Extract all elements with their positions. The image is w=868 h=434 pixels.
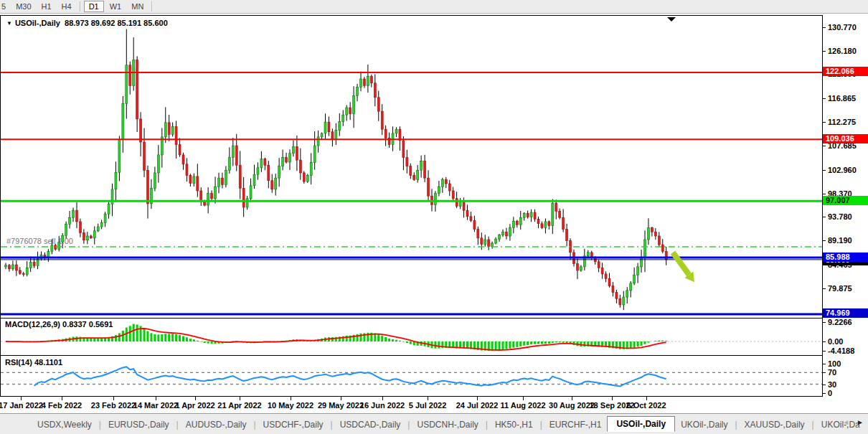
tab-separator: | xyxy=(733,420,738,430)
price-tick-93.780-tick xyxy=(823,217,826,217)
chart-shift-marker xyxy=(667,17,676,22)
tab-scroll-right-icon[interactable]: ► xyxy=(857,418,864,426)
date-label: 10 May 2022 xyxy=(268,401,313,410)
toolbar-separator xyxy=(151,1,152,11)
macd-indicator-panel[interactable]: MACD(12,26,9) 0.8337 0.5691 xyxy=(1,319,822,355)
chart-tab-usdx-weekly[interactable]: USDX,Weekly xyxy=(32,420,98,430)
chart-tab-ukoil-daily[interactable]: UKOil-,Daily xyxy=(675,420,733,430)
price-tick-112.275: 112.275 xyxy=(828,118,856,126)
price-tick-116.865: 116.865 xyxy=(828,94,856,103)
date-tick xyxy=(428,397,428,400)
timeframe-button-5[interactable]: 5 xyxy=(1,1,10,12)
date-label: 14 Mar 2022 xyxy=(133,401,178,410)
rsi-canvas xyxy=(1,357,822,396)
rsi-separator[interactable] xyxy=(0,355,868,356)
price-tick-107.685-tick xyxy=(823,146,826,146)
date-label: 23 Feb 2022 xyxy=(91,401,136,410)
rsi-indicator-panel[interactable]: RSI(14) 48.1101 xyxy=(1,357,822,396)
date-label: 6 Oct 2022 xyxy=(626,401,666,410)
macd-axis--4.4188: -4.4188 xyxy=(828,346,854,355)
macd-axis-tick xyxy=(823,341,826,342)
macd-axis-tick xyxy=(823,322,826,323)
chart-tab-hk50-h1[interactable]: HK50-,H1 xyxy=(489,420,539,430)
chart-title[interactable]: ▼USOil-,Daily 88.973 89.692 85.191 85.60… xyxy=(6,19,168,27)
price-axis[interactable]: 130.770126.180121.590116.865112.275107.6… xyxy=(823,15,868,397)
macd-axis-9.2266: 9.2266 xyxy=(828,318,852,326)
tab-separator: | xyxy=(484,420,489,430)
chart-dropdown-icon[interactable]: ▼ xyxy=(6,20,12,27)
order-line-label[interactable]: #7976078 sell 1.00 xyxy=(6,237,73,245)
rsi-label: RSI(14) 48.1101 xyxy=(5,358,62,367)
date-tick xyxy=(341,397,341,400)
tabs-holder: USDX,Weekly|EURUSD-,Daily|AUDUSD-,Daily|… xyxy=(32,418,866,432)
timeframe-button-h4[interactable]: H4 xyxy=(57,1,76,12)
timeframe-button-w1[interactable]: W1 xyxy=(105,1,126,12)
chart-tab-eurchf-h1[interactable]: EURCHF-,H1 xyxy=(544,420,608,430)
price-tick-102.960-tick xyxy=(823,170,826,171)
rsi-axis-30: 30 xyxy=(828,380,836,389)
date-label: 11 Aug 2022 xyxy=(500,401,545,410)
chart-tab-bar: USDX,Weekly|EURUSD-,Daily|AUDUSD-,Daily|… xyxy=(0,413,868,434)
date-label: 5 Jul 2022 xyxy=(409,401,447,410)
chart-tab-usdcad-daily[interactable]: USDCAD-,Daily xyxy=(334,420,407,430)
date-tick xyxy=(62,397,62,400)
candlestick-canvas xyxy=(1,16,822,317)
timeframe-button-m30[interactable]: M30 xyxy=(11,1,35,12)
date-label: 30 Aug 2022 xyxy=(549,401,595,410)
date-label: 21 Apr 2022 xyxy=(217,401,261,410)
tab-separator: | xyxy=(406,420,411,430)
tab-separator: | xyxy=(329,420,334,430)
chart-tab-usdcnh-daily[interactable]: USDCNH-,Daily xyxy=(411,420,483,430)
chart-window: ▼USOil-,Daily 88.973 89.692 85.191 85.60… xyxy=(0,15,868,397)
mt4-terminal: { "toolbar": { "timeframes": [ {"label":… xyxy=(0,0,868,434)
date-tick xyxy=(612,397,613,400)
chart-tab-xauusd-daily[interactable]: XAUUSD-,Daily xyxy=(739,420,811,430)
chart-title-ohlc: 88.973 89.692 85.191 85.600 xyxy=(65,19,168,27)
date-label: 17 Jan 2022 xyxy=(0,401,43,410)
chart-tab-audusd-daily[interactable]: AUDUSD-,Daily xyxy=(180,420,253,430)
date-tick xyxy=(382,397,383,400)
tab-scroll-buttons: ◄ ► xyxy=(842,418,864,426)
timeframe-button-h1[interactable]: H1 xyxy=(37,1,56,12)
price-tick-79.875-tick xyxy=(823,288,826,289)
level-badge-97.007: 97.007 xyxy=(823,196,868,205)
date-tick xyxy=(523,397,524,400)
timeframe-toolbar: 5M30H1H4D1W1MN xyxy=(0,0,868,14)
timeframe-button-mn[interactable]: MN xyxy=(127,1,148,12)
date-tick xyxy=(21,397,22,400)
chart-title-symbol: USOil-,Daily xyxy=(15,19,60,27)
timeframe-button-d1[interactable]: D1 xyxy=(84,1,104,12)
level-badge-74.969: 74.969 xyxy=(823,308,868,318)
price-tick-126.180-tick xyxy=(823,51,826,52)
main-price-chart[interactable]: ▼USOil-,Daily 88.973 89.692 85.191 85.60… xyxy=(1,16,822,317)
level-badge-109.036: 109.036 xyxy=(823,134,868,143)
macd-axis-0.00: 0.00 xyxy=(828,337,843,346)
tab-separator: | xyxy=(539,420,544,430)
price-tick-89.190-tick xyxy=(823,240,826,241)
tab-separator: | xyxy=(98,420,103,430)
chart-tab-eurusd-daily[interactable]: EURUSD-,Daily xyxy=(103,420,175,430)
date-axis[interactable]: 17 Jan 20224 Feb 202223 Feb 202214 Mar 2… xyxy=(0,397,868,413)
tab-separator: | xyxy=(811,420,816,430)
macd-label: MACD(12,26,9) 0.8337 0.5691 xyxy=(5,320,113,329)
level-badge-85.988: 85.988 xyxy=(823,253,868,262)
tab-separator: | xyxy=(175,420,180,430)
price-tick-89.190: 89.190 xyxy=(828,236,852,245)
price-tick-126.180: 126.180 xyxy=(828,47,857,55)
chart-tab-usoil-daily[interactable]: USOil-,Daily xyxy=(607,416,675,432)
rsi-axis-100: 100 xyxy=(828,359,841,368)
price-tick-79.875: 79.875 xyxy=(828,284,852,293)
chart-tab-usdchf-daily[interactable]: USDCHF-,Daily xyxy=(258,420,329,430)
macd-axis-tick xyxy=(823,351,826,352)
macd-canvas xyxy=(1,319,822,355)
date-tick xyxy=(572,397,572,400)
date-tick xyxy=(646,397,647,400)
date-label: 1 Apr 2022 xyxy=(175,401,214,410)
tab-scroll-left-icon[interactable]: ◄ xyxy=(842,418,849,426)
price-tick-98.370-tick xyxy=(823,194,826,194)
toolbar-separator xyxy=(80,1,80,11)
price-tick-112.275-tick xyxy=(823,122,826,123)
price-tick-93.780: 93.780 xyxy=(828,212,852,221)
date-label: 29 May 2022 xyxy=(318,401,364,410)
date-tick xyxy=(291,397,291,400)
